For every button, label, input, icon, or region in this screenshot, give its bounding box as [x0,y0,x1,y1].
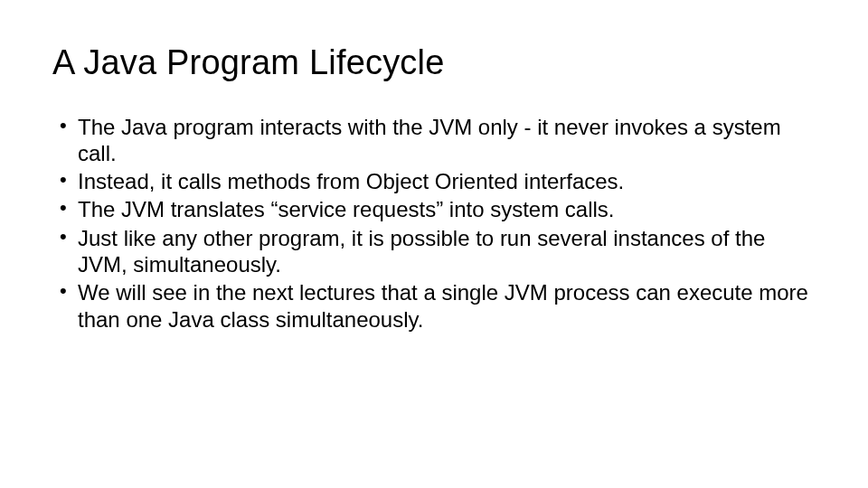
bullet-item: The JVM translates “service requests” in… [52,196,816,222]
bullet-list: The Java program interacts with the JVM … [52,114,816,333]
bullet-item: We will see in the next lectures that a … [52,279,816,333]
bullet-item: The Java program interacts with the JVM … [52,114,816,167]
bullet-item: Just like any other program, it is possi… [52,225,816,278]
bullet-item: Instead, it calls methods from Object Or… [52,168,816,194]
slide: A Java Program Lifecycle The Java progra… [0,0,868,488]
slide-title: A Java Program Lifecycle [52,43,816,83]
